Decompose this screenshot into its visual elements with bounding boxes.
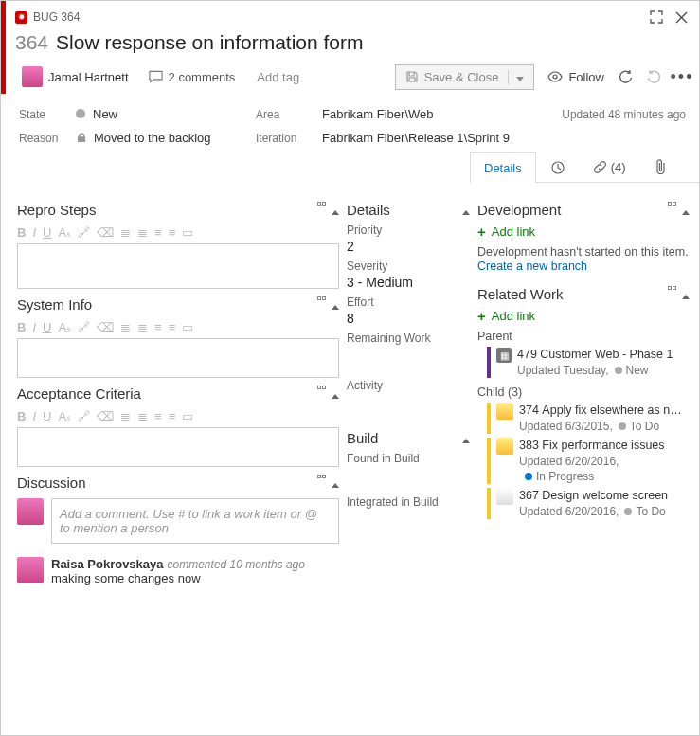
system-info-editor[interactable] — [17, 338, 339, 378]
attachment-icon — [655, 159, 667, 174]
state-label: State — [19, 108, 76, 121]
activity-value[interactable] — [347, 394, 470, 409]
maximize-section-icon[interactable] — [317, 202, 326, 218]
iteration-value[interactable]: Fabrikam Fiber\Release 1\Sprint 9 — [322, 131, 562, 145]
follow-button[interactable]: Follow — [547, 70, 604, 84]
work-item-type-id: BUG 364 — [33, 10, 80, 24]
maximize-section-icon[interactable] — [317, 296, 326, 313]
child-label: Child (3) — [477, 386, 690, 399]
save-dropdown-caret[interactable] — [508, 70, 524, 84]
effort-value[interactable]: 8 — [347, 311, 470, 326]
iteration-label: Iteration — [256, 132, 322, 145]
state-dot-icon — [624, 508, 632, 515]
state-dot-icon — [619, 422, 626, 430]
add-tag-button[interactable]: Add tag — [248, 66, 308, 88]
save-close-button[interactable]: Save & Close — [395, 64, 535, 90]
underline-button[interactable]: U — [43, 225, 51, 240]
avatar — [17, 498, 44, 525]
maximize-section-icon[interactable] — [668, 286, 676, 302]
link-button[interactable]: 🔗︎ — [78, 225, 90, 240]
collapse-icon[interactable] — [332, 475, 339, 491]
area-value[interactable]: Fabrikam Fiber\Web — [322, 107, 562, 121]
link-icon — [593, 160, 607, 174]
collapse-icon[interactable] — [462, 202, 470, 218]
image-button[interactable]: ▭ — [182, 225, 193, 240]
collapse-icon[interactable] — [682, 202, 690, 218]
remaining-work-value[interactable] — [347, 347, 470, 362]
tab-history[interactable] — [536, 151, 579, 182]
reason-value[interactable]: 🔒︎Moved to the backlog — [76, 131, 256, 145]
collapse-icon[interactable] — [462, 430, 470, 446]
related-item[interactable]: 383 Fix performance issues Updated 6/20/… — [487, 438, 690, 484]
comments-count: 2 comments — [169, 70, 236, 84]
tab-links[interactable]: (4) — [579, 151, 640, 182]
state-value[interactable]: New — [76, 107, 256, 121]
acceptance-criteria-header: Acceptance Criteria — [17, 386, 339, 402]
watch-icon — [547, 71, 563, 82]
state-dot-icon — [76, 109, 85, 118]
discussion-header: Discussion — [17, 475, 339, 491]
bold-button[interactable]: B — [17, 225, 26, 240]
assignee-picker[interactable]: Jamal Hartnett — [15, 63, 135, 90]
collapse-icon[interactable] — [682, 286, 690, 302]
save-icon — [405, 70, 419, 83]
avatar — [496, 438, 513, 455]
tab-attachments[interactable] — [640, 151, 681, 182]
comments-link[interactable]: 2 comments — [149, 70, 236, 84]
close-icon[interactable] — [673, 9, 690, 26]
maximize-section-icon[interactable] — [317, 475, 326, 491]
collapse-icon[interactable] — [332, 296, 339, 313]
maximize-section-icon[interactable] — [668, 202, 676, 218]
maximize-section-icon[interactable] — [317, 386, 326, 402]
plus-icon: + — [477, 224, 486, 240]
links-count: (4) — [611, 160, 626, 174]
acceptance-criteria-editor[interactable] — [17, 427, 339, 467]
more-actions-button[interactable]: ••• — [674, 69, 690, 84]
add-link-button[interactable]: +Add link — [477, 308, 690, 324]
severity-label: Severity — [347, 260, 470, 273]
refresh-button[interactable] — [618, 69, 633, 84]
related-work-header: Related Work — [477, 286, 690, 302]
outdent-button[interactable]: ≡ — [154, 225, 162, 240]
work-item-bar — [487, 403, 491, 434]
rich-text-toolbar: BIU Aₛ🔗︎⌫ ≣≣≡≡ ▭ — [17, 224, 339, 243]
updated-text: Updated 48 minutes ago — [562, 108, 686, 121]
rich-text-toolbar: BIU Aₛ🔗︎⌫ ≣≣≡≡ ▭ — [17, 407, 339, 427]
found-in-build-label: Found in Build — [347, 452, 470, 465]
comment-author: Raisa Pokrovskaya — [51, 557, 164, 571]
priority-label: Priority — [347, 224, 470, 237]
work-item-bar — [487, 438, 491, 484]
create-branch-link[interactable]: Create a new branch — [477, 260, 587, 273]
avatar — [22, 66, 43, 87]
area-label: Area — [256, 108, 322, 121]
related-item[interactable]: ▦ 479 Customer Web - Phase 1 Updated Tue… — [487, 347, 690, 378]
repro-steps-editor[interactable] — [17, 243, 339, 289]
priority-value[interactable]: 2 — [347, 239, 470, 254]
work-item-bar — [487, 347, 491, 378]
integrated-in-build-label: Integrated in Build — [347, 495, 470, 509]
found-in-build-value[interactable] — [347, 467, 470, 482]
save-close-label: Save & Close — [424, 70, 499, 84]
collapse-icon[interactable] — [332, 202, 339, 218]
work-item-title[interactable]: 364Slow response on information form — [15, 31, 690, 54]
rich-text-toolbar: BIU Aₛ🔗︎⌫ ≣≣≡≡ ▭ — [17, 318, 339, 338]
work-item-title-text: Slow response on information form — [56, 31, 364, 53]
collapse-icon[interactable] — [332, 386, 339, 402]
follow-label: Follow — [568, 70, 604, 84]
undo-button[interactable] — [646, 69, 661, 84]
related-item[interactable]: 367 Design welcome screen Updated 6/20/2… — [487, 488, 690, 519]
bullets-button[interactable]: ≣ — [120, 225, 131, 240]
work-item-bar — [487, 488, 491, 519]
font-button[interactable]: Aₛ — [58, 225, 71, 240]
related-item[interactable]: 374 Apply fix elsewhere as needed Update… — [487, 403, 690, 434]
severity-value[interactable]: 3 - Medium — [347, 275, 470, 290]
add-link-button[interactable]: +Add link — [477, 224, 690, 240]
indent-button[interactable]: ≡ — [169, 225, 176, 240]
maximize-icon[interactable] — [648, 9, 665, 26]
tab-details[interactable]: Details — [470, 152, 536, 183]
reason-label: Reason — [19, 132, 76, 145]
clear-format-button[interactable]: ⌫ — [97, 225, 114, 240]
italic-button[interactable]: I — [32, 225, 36, 240]
comment-input[interactable]: Add a comment. Use # to link a work item… — [51, 498, 339, 544]
numbering-button[interactable]: ≣ — [137, 225, 148, 240]
